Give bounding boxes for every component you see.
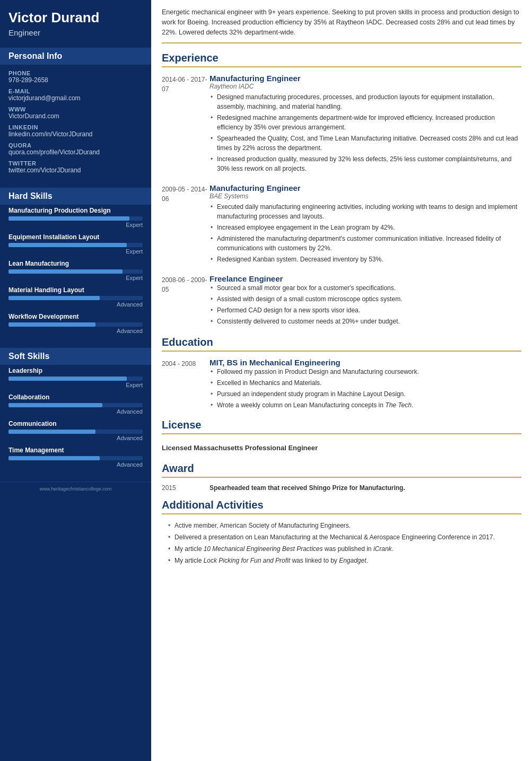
exp-bullet: Executed daily manufacturing engineering… [210,202,521,221]
exp-bullet: Increased production quality, measured b… [210,154,521,173]
skill-bar-bg [8,377,143,381]
skill-bar-bg [8,216,143,221]
exp-date: 2008-06 - 2009-05 [162,274,210,328]
skill-level: Advanced [8,301,143,308]
www-label: WWW [8,106,143,112]
exp-bullets: Executed daily manufacturing engineering… [210,202,521,264]
www-value: VictorDurand.com [8,112,143,120]
skill-bar-fill [8,243,127,247]
skill-name: Time Management [8,447,143,454]
exp-bullets: Designed manufacturing procedures, proce… [210,92,521,173]
award-text: Spearheaded team that received Shingo Pr… [210,484,405,492]
skill-name: Lean Manufacturing [8,260,143,267]
skill-name: Manufacturing Production Design [8,207,143,214]
skill-bar-fill [8,322,95,327]
activity-item: My article Lock Picking for Fun and Prof… [167,556,521,565]
email-label: E-mail [8,88,143,94]
edu-degree: MIT, BS in Mechanical Engineering [210,358,521,367]
exp-bullets: Sourced a small motor gear box for a cus… [210,283,521,326]
hard-skill-item: Lean Manufacturing Expert [8,260,143,281]
license-heading: License [162,419,521,434]
soft-skill-item: Time Management Advanced [8,447,143,468]
edu-bullet: Pursued an independent study program in … [210,389,521,399]
hard-skill-item: Manufacturing Production Design Expert [8,207,143,228]
skill-level: Expert [8,222,143,228]
exp-content: Freelance Engineer Sourced a small motor… [210,274,521,328]
linkedin-value: linkedin.com/in/VictorJDurand [8,130,143,138]
edu-bullets: Followed my passion in Product Design an… [210,367,521,410]
skill-bar-fill [8,269,123,274]
skill-bar-fill [8,430,95,434]
skill-level: Advanced [8,461,143,468]
sidebar: Victor Durand Engineer Personal Info Pho… [0,0,151,761]
edu-content: MIT, BS in Mechanical Engineering Follow… [210,358,521,412]
experience-heading: Experience [162,52,521,67]
personal-info-section: Phone 978-289-2658 E-mail victorjdurand@… [0,65,151,183]
skill-name: Communication [8,420,143,427]
exp-content: Manufacturing Engineer Raytheon IADC Des… [210,74,521,175]
experience-item: 2014-06 - 2017-07 Manufacturing Engineer… [162,74,521,175]
personal-info-heading: Personal Info [0,48,151,65]
exp-bullet: Consistently delivered to customer needs… [210,317,521,326]
activity-item: Active member, American Society of Manuf… [167,521,521,530]
footer-text: www.heritagechristiancollege.com [0,482,151,496]
activities-heading: Additional Activities [162,499,521,514]
skill-bar-fill [8,456,100,460]
twitter-item: Twitter twitter.com/VictorJDurand [8,160,143,174]
experience-item: 2009-05 - 2014-06 Manufacturing Engineer… [162,183,521,266]
skill-bar-bg [8,269,143,274]
resume-container: Victor Durand Engineer Personal Info Pho… [0,0,532,761]
candidate-name: Victor Durand [8,10,143,26]
skill-name: Material Handling Layout [8,286,143,294]
linkedin-item: LinkedIn linkedin.com/in/VictorJDurand [8,124,143,138]
exp-date: 2009-05 - 2014-06 [162,183,210,266]
skill-level: Advanced [8,435,143,441]
soft-skills-section: Leadership Expert Collaboration Advanced… [0,365,151,477]
exp-bullet: Sourced a small motor gear box for a cus… [210,283,521,293]
skill-bar-bg [8,243,143,247]
exp-bullet: Designed manufacturing procedures, proce… [210,92,521,111]
edu-bullet: Excelled in Mechanics and Materials. [210,378,521,388]
award-year: 2015 [162,484,210,492]
hard-skill-item: Workflow Development Advanced [8,313,143,334]
skill-level: Advanced [8,328,143,334]
education-item: 2004 - 2008 MIT, BS in Mechanical Engine… [162,358,521,412]
education-section: 2004 - 2008 MIT, BS in Mechanical Engine… [162,358,521,412]
sidebar-header: Victor Durand Engineer [0,0,151,43]
skill-level: Expert [8,248,143,255]
experience-section: 2014-06 - 2017-07 Manufacturing Engineer… [162,74,521,328]
exp-title: Manufacturing Engineer [210,183,521,193]
exp-date: 2014-06 - 2017-07 [162,74,210,175]
experience-item: 2008-06 - 2009-05 Freelance Engineer Sou… [162,274,521,328]
exp-bullet: Redesigned Kanban system. Decreased inve… [210,255,521,264]
twitter-label: Twitter [8,160,143,167]
main-content: Energetic mechanical engineer with 9+ ye… [151,0,532,761]
soft-skill-item: Leadership Expert [8,367,143,388]
skill-name: Collaboration [8,393,143,401]
award-heading: Award [162,462,521,478]
education-heading: Education [162,336,521,352]
exp-content: Manufacturing Engineer BAE Systems Execu… [210,183,521,266]
phone-label: Phone [8,70,143,76]
exp-bullet: Spearheaded the Quality, Cost, and Time … [210,134,521,153]
exp-company: BAE Systems [210,193,521,200]
twitter-value: twitter.com/VictorJDurand [8,167,143,174]
soft-skill-item: Collaboration Advanced [8,393,143,415]
exp-bullet: Assisted with design of a small custom m… [210,294,521,304]
email-item: E-mail victorjdurand@gmail.com [8,88,143,102]
edu-bullet: Followed my passion in Product Design an… [210,367,521,377]
exp-bullet: Administered the manufacturing departmen… [210,234,521,253]
edu-date: 2004 - 2008 [162,358,210,412]
summary-text: Energetic mechanical engineer with 9+ ye… [162,7,521,43]
quora-value: quora.com/profile/VictorJDurand [8,148,143,156]
award-item: 2015 Spearheaded team that received Shin… [162,484,521,492]
soft-skill-item: Communication Advanced [8,420,143,441]
skill-bar-bg [8,430,143,434]
linkedin-label: LinkedIn [8,124,143,130]
exp-title: Freelance Engineer [210,274,521,283]
skill-bar-bg [8,322,143,327]
hard-skill-item: Equipment Installation Layout Expert [8,233,143,255]
exp-bullet: Increased employee engagement in the Lea… [210,223,521,232]
quora-label: Quora [8,142,143,148]
skill-bar-fill [8,403,102,407]
